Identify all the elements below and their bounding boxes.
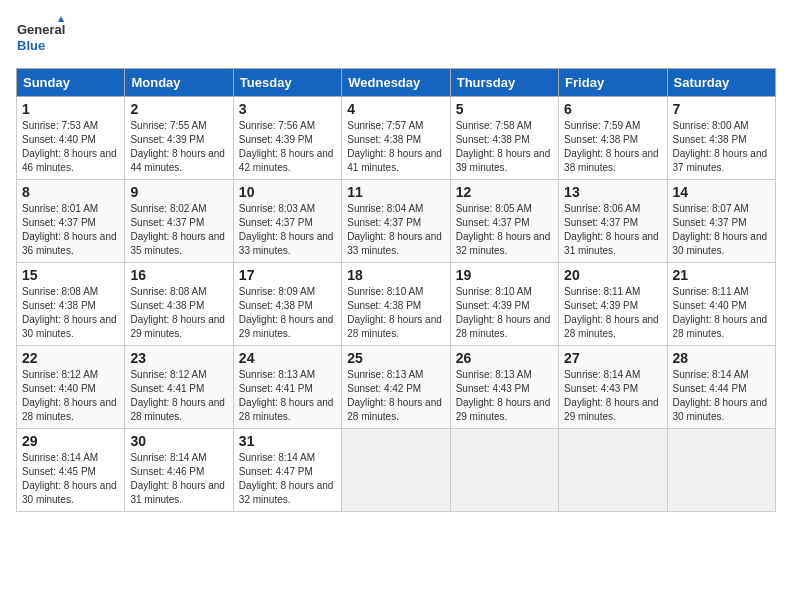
day-number: 23 [130, 350, 227, 366]
day-info: Sunrise: 8:13 AMSunset: 4:43 PMDaylight:… [456, 369, 551, 422]
day-info: Sunrise: 8:05 AMSunset: 4:37 PMDaylight:… [456, 203, 551, 256]
day-info: Sunrise: 8:14 AMSunset: 4:43 PMDaylight:… [564, 369, 659, 422]
calendar-cell: 12 Sunrise: 8:05 AMSunset: 4:37 PMDaylig… [450, 180, 558, 263]
weekday-header-saturday: Saturday [667, 69, 775, 97]
day-info: Sunrise: 8:04 AMSunset: 4:37 PMDaylight:… [347, 203, 442, 256]
day-info: Sunrise: 8:14 AMSunset: 4:45 PMDaylight:… [22, 452, 117, 505]
day-number: 11 [347, 184, 444, 200]
calendar-cell: 28 Sunrise: 8:14 AMSunset: 4:44 PMDaylig… [667, 346, 775, 429]
calendar-cell: 6 Sunrise: 7:59 AMSunset: 4:38 PMDayligh… [559, 97, 667, 180]
calendar-cell: 24 Sunrise: 8:13 AMSunset: 4:41 PMDaylig… [233, 346, 341, 429]
calendar-cell: 26 Sunrise: 8:13 AMSunset: 4:43 PMDaylig… [450, 346, 558, 429]
calendar-cell: 8 Sunrise: 8:01 AMSunset: 4:37 PMDayligh… [17, 180, 125, 263]
day-info: Sunrise: 7:57 AMSunset: 4:38 PMDaylight:… [347, 120, 442, 173]
day-info: Sunrise: 8:10 AMSunset: 4:38 PMDaylight:… [347, 286, 442, 339]
weekday-header-row: SundayMondayTuesdayWednesdayThursdayFrid… [17, 69, 776, 97]
day-number: 12 [456, 184, 553, 200]
day-info: Sunrise: 8:08 AMSunset: 4:38 PMDaylight:… [22, 286, 117, 339]
day-info: Sunrise: 8:11 AMSunset: 4:40 PMDaylight:… [673, 286, 768, 339]
day-number: 17 [239, 267, 336, 283]
day-number: 2 [130, 101, 227, 117]
calendar-cell: 14 Sunrise: 8:07 AMSunset: 4:37 PMDaylig… [667, 180, 775, 263]
calendar-week-3: 15 Sunrise: 8:08 AMSunset: 4:38 PMDaylig… [17, 263, 776, 346]
weekday-header-wednesday: Wednesday [342, 69, 450, 97]
calendar-cell: 21 Sunrise: 8:11 AMSunset: 4:40 PMDaylig… [667, 263, 775, 346]
day-info: Sunrise: 7:55 AMSunset: 4:39 PMDaylight:… [130, 120, 225, 173]
day-number: 7 [673, 101, 770, 117]
day-info: Sunrise: 8:11 AMSunset: 4:39 PMDaylight:… [564, 286, 659, 339]
calendar-cell: 20 Sunrise: 8:11 AMSunset: 4:39 PMDaylig… [559, 263, 667, 346]
day-info: Sunrise: 8:08 AMSunset: 4:38 PMDaylight:… [130, 286, 225, 339]
calendar-cell: 22 Sunrise: 8:12 AMSunset: 4:40 PMDaylig… [17, 346, 125, 429]
calendar-cell: 27 Sunrise: 8:14 AMSunset: 4:43 PMDaylig… [559, 346, 667, 429]
day-number: 18 [347, 267, 444, 283]
day-number: 31 [239, 433, 336, 449]
calendar-cell: 3 Sunrise: 7:56 AMSunset: 4:39 PMDayligh… [233, 97, 341, 180]
calendar-cell: 17 Sunrise: 8:09 AMSunset: 4:38 PMDaylig… [233, 263, 341, 346]
svg-text:General: General [17, 22, 65, 37]
calendar-cell [342, 429, 450, 512]
day-number: 10 [239, 184, 336, 200]
day-number: 16 [130, 267, 227, 283]
day-number: 6 [564, 101, 661, 117]
day-number: 9 [130, 184, 227, 200]
day-number: 14 [673, 184, 770, 200]
day-info: Sunrise: 8:12 AMSunset: 4:41 PMDaylight:… [130, 369, 225, 422]
day-info: Sunrise: 8:13 AMSunset: 4:41 PMDaylight:… [239, 369, 334, 422]
day-number: 5 [456, 101, 553, 117]
calendar-week-2: 8 Sunrise: 8:01 AMSunset: 4:37 PMDayligh… [17, 180, 776, 263]
day-info: Sunrise: 7:59 AMSunset: 4:38 PMDaylight:… [564, 120, 659, 173]
day-number: 27 [564, 350, 661, 366]
header: General Blue [16, 16, 776, 60]
calendar-cell: 5 Sunrise: 7:58 AMSunset: 4:38 PMDayligh… [450, 97, 558, 180]
calendar-cell [559, 429, 667, 512]
logo-svg: General Blue [16, 16, 66, 60]
day-number: 20 [564, 267, 661, 283]
day-info: Sunrise: 8:02 AMSunset: 4:37 PMDaylight:… [130, 203, 225, 256]
calendar-cell: 1 Sunrise: 7:53 AMSunset: 4:40 PMDayligh… [17, 97, 125, 180]
day-info: Sunrise: 8:01 AMSunset: 4:37 PMDaylight:… [22, 203, 117, 256]
logo: General Blue [16, 16, 66, 60]
calendar-cell: 25 Sunrise: 8:13 AMSunset: 4:42 PMDaylig… [342, 346, 450, 429]
day-number: 13 [564, 184, 661, 200]
calendar-cell: 18 Sunrise: 8:10 AMSunset: 4:38 PMDaylig… [342, 263, 450, 346]
day-info: Sunrise: 8:14 AMSunset: 4:46 PMDaylight:… [130, 452, 225, 505]
calendar-table: SundayMondayTuesdayWednesdayThursdayFrid… [16, 68, 776, 512]
calendar-week-4: 22 Sunrise: 8:12 AMSunset: 4:40 PMDaylig… [17, 346, 776, 429]
day-number: 25 [347, 350, 444, 366]
svg-marker-2 [58, 16, 64, 22]
calendar-cell: 4 Sunrise: 7:57 AMSunset: 4:38 PMDayligh… [342, 97, 450, 180]
day-info: Sunrise: 8:14 AMSunset: 4:44 PMDaylight:… [673, 369, 768, 422]
day-number: 28 [673, 350, 770, 366]
day-number: 26 [456, 350, 553, 366]
day-info: Sunrise: 8:12 AMSunset: 4:40 PMDaylight:… [22, 369, 117, 422]
calendar-week-5: 29 Sunrise: 8:14 AMSunset: 4:45 PMDaylig… [17, 429, 776, 512]
day-number: 22 [22, 350, 119, 366]
day-info: Sunrise: 8:07 AMSunset: 4:37 PMDaylight:… [673, 203, 768, 256]
day-number: 24 [239, 350, 336, 366]
day-info: Sunrise: 8:03 AMSunset: 4:37 PMDaylight:… [239, 203, 334, 256]
calendar-cell: 15 Sunrise: 8:08 AMSunset: 4:38 PMDaylig… [17, 263, 125, 346]
day-number: 1 [22, 101, 119, 117]
calendar-cell: 7 Sunrise: 8:00 AMSunset: 4:38 PMDayligh… [667, 97, 775, 180]
day-info: Sunrise: 8:09 AMSunset: 4:38 PMDaylight:… [239, 286, 334, 339]
day-number: 29 [22, 433, 119, 449]
day-number: 4 [347, 101, 444, 117]
day-info: Sunrise: 8:14 AMSunset: 4:47 PMDaylight:… [239, 452, 334, 505]
calendar-cell: 11 Sunrise: 8:04 AMSunset: 4:37 PMDaylig… [342, 180, 450, 263]
day-info: Sunrise: 7:53 AMSunset: 4:40 PMDaylight:… [22, 120, 117, 173]
day-number: 15 [22, 267, 119, 283]
calendar-cell: 9 Sunrise: 8:02 AMSunset: 4:37 PMDayligh… [125, 180, 233, 263]
calendar-cell: 23 Sunrise: 8:12 AMSunset: 4:41 PMDaylig… [125, 346, 233, 429]
day-info: Sunrise: 7:58 AMSunset: 4:38 PMDaylight:… [456, 120, 551, 173]
calendar-cell [450, 429, 558, 512]
calendar-cell: 29 Sunrise: 8:14 AMSunset: 4:45 PMDaylig… [17, 429, 125, 512]
calendar-cell: 13 Sunrise: 8:06 AMSunset: 4:37 PMDaylig… [559, 180, 667, 263]
day-info: Sunrise: 7:56 AMSunset: 4:39 PMDaylight:… [239, 120, 334, 173]
weekday-header-thursday: Thursday [450, 69, 558, 97]
calendar-cell: 19 Sunrise: 8:10 AMSunset: 4:39 PMDaylig… [450, 263, 558, 346]
svg-text:Blue: Blue [17, 38, 45, 53]
day-number: 30 [130, 433, 227, 449]
day-number: 19 [456, 267, 553, 283]
day-info: Sunrise: 8:06 AMSunset: 4:37 PMDaylight:… [564, 203, 659, 256]
